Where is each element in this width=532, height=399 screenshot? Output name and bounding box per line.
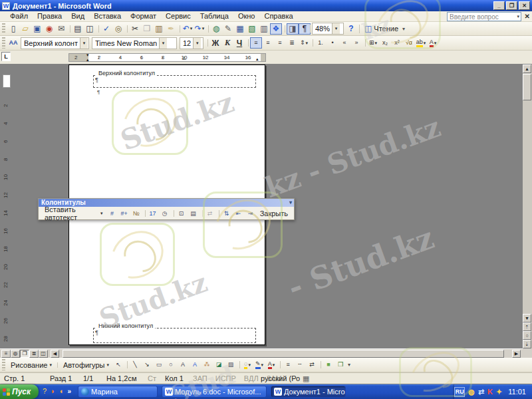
highlight-button[interactable]: ab ▾ bbox=[415, 37, 427, 49]
tray-globe-icon[interactable]: ◍ bbox=[468, 387, 475, 396]
arrow-style-button[interactable]: ⇄ ▾ bbox=[306, 359, 318, 370]
dropdown-caret-icon[interactable]: ▾ bbox=[306, 41, 309, 46]
scroll-up-button[interactable]: ▲ bbox=[523, 65, 531, 73]
right-indent-marker[interactable]: ▴ bbox=[256, 57, 259, 61]
horizontal-scrollbar[interactable]: ≡ ◍ ❐ ≣ ◫ ◀ ▶ bbox=[0, 348, 523, 358]
insert-picture-button[interactable]: ▨ ▾ bbox=[225, 359, 237, 370]
open-folder-button[interactable]: ▱ ▾ bbox=[19, 23, 31, 35]
toolbar-grip[interactable] bbox=[2, 37, 5, 49]
status-mode-flag[interactable]: ВДЛ bbox=[244, 374, 259, 382]
shadow-style-button[interactable]: ■ ▾ bbox=[323, 359, 334, 370]
outside-border-button[interactable]: ⊞ ▾ bbox=[367, 37, 379, 49]
rectangle-button[interactable]: ▭ ▾ bbox=[153, 359, 165, 370]
insert-hyperlink-button[interactable]: ◍ ▾ bbox=[210, 23, 222, 35]
language-indicator[interactable]: RU bbox=[454, 387, 465, 397]
dropdown-caret-icon[interactable]: ▾ bbox=[273, 362, 275, 368]
menu-table-item[interactable]: Таблица bbox=[196, 12, 233, 20]
align-center-button[interactable]: ≡ ▾ bbox=[262, 37, 274, 49]
italic-button[interactable]: К bbox=[221, 37, 233, 49]
bold-button[interactable]: Ж bbox=[209, 37, 221, 49]
web-layout-view-button[interactable]: ◍ bbox=[11, 350, 20, 358]
quick-launch-chevron-icon[interactable]: » bbox=[67, 388, 71, 395]
style-dropdown-icon[interactable]: ▾ bbox=[80, 38, 88, 49]
font-combo[interactable]: Times New Roman ▾ bbox=[92, 37, 177, 49]
vertical-scroll-thumb[interactable] bbox=[523, 74, 531, 100]
decrease-indent-button[interactable]: « ▾ bbox=[338, 37, 350, 49]
font-size-combo[interactable]: 12 ▾ bbox=[180, 37, 203, 49]
menu-file-item[interactable]: Файл bbox=[5, 12, 33, 20]
print-preview-button[interactable]: ◫ ▾ bbox=[84, 23, 96, 35]
autoshapes-dropdown-icon[interactable]: ▾ bbox=[107, 362, 110, 368]
page-setup-button[interactable]: ⊡ bbox=[176, 208, 188, 219]
insert-table-button[interactable]: ▦ ▾ bbox=[234, 23, 246, 35]
zoom-combo[interactable]: 48% ▾ bbox=[312, 23, 344, 35]
spelling-status-icon[interactable]: ▦ bbox=[303, 374, 309, 383]
fill-color-button[interactable]: ◌ ▾ bbox=[241, 359, 253, 370]
show-previous-button[interactable]: ⇤ bbox=[233, 208, 245, 219]
header-footer-toolbar[interactable]: Колонтитулы ▾ Вставить автотекст ▾ # #+ bbox=[38, 198, 295, 220]
select-browse-object-button[interactable]: ○ bbox=[523, 331, 531, 340]
dropdown-caret-icon[interactable]: ▾ bbox=[261, 362, 264, 368]
reading-view-button[interactable]: ◫ bbox=[39, 350, 48, 358]
align-left-button[interactable]: ≡ ▾ bbox=[250, 37, 262, 49]
dropdown-caret-icon[interactable]: ▾ bbox=[190, 26, 193, 31]
line-style-button[interactable]: ≡ ▾ bbox=[282, 359, 294, 370]
spelling-button[interactable]: ✓ ▾ bbox=[100, 23, 112, 35]
menu-window-item[interactable]: Окно bbox=[233, 12, 260, 20]
new-document-button[interactable]: ▯ ▾ bbox=[7, 23, 19, 35]
normal-view-button[interactable]: ≡ bbox=[1, 350, 11, 358]
dash-style-button[interactable]: ╌ ▾ bbox=[294, 359, 306, 370]
scroll-right-button[interactable]: ▶ bbox=[512, 350, 521, 358]
menu-format-item[interactable]: Формат bbox=[126, 12, 161, 20]
insert-excel-table-button[interactable]: ▧ ▾ bbox=[246, 23, 258, 35]
outline-view-button[interactable]: ≣ bbox=[29, 350, 39, 358]
close-button[interactable]: ✕ bbox=[519, 1, 530, 10]
superscript-button[interactable]: x² ▾ bbox=[391, 37, 403, 49]
copy-button[interactable]: ❐ ▾ bbox=[141, 23, 153, 35]
three-d-style-button[interactable]: ❒ ▾ bbox=[334, 359, 346, 370]
show-next-button[interactable]: ⇥ bbox=[245, 208, 257, 219]
format-page-number-button[interactable]: № bbox=[130, 208, 142, 219]
save-button[interactable]: ▣ ▾ bbox=[31, 23, 43, 35]
line-spacing-button[interactable]: ⇕ ▾ bbox=[298, 37, 310, 49]
browse-previous-button[interactable]: ⇡ bbox=[523, 323, 531, 331]
tray-switcher-icon[interactable]: ✦ bbox=[496, 387, 502, 396]
align-right-button[interactable]: ≡ ▾ bbox=[274, 37, 286, 49]
toolbar-overflow-icon[interactable]: ▾ bbox=[402, 26, 405, 32]
taskbar-task-marina[interactable]: Марина bbox=[78, 386, 158, 398]
dropdown-caret-icon[interactable]: ▾ bbox=[202, 26, 205, 31]
tray-network-icon[interactable]: ⇄ bbox=[478, 387, 484, 396]
font-size-dropdown-icon[interactable]: ▾ bbox=[193, 38, 201, 49]
line-color-button[interactable]: ✎ ▾ bbox=[253, 359, 265, 370]
close-header-footer-button[interactable]: Закрыть bbox=[257, 208, 291, 219]
show-hide-document-text-button[interactable]: ▤ bbox=[188, 208, 200, 219]
insert-page-number-button[interactable]: # bbox=[106, 208, 118, 219]
autotext-dropdown-icon[interactable]: ▾ bbox=[100, 211, 103, 216]
insert-diagram-button[interactable]: ⁂ ▾ bbox=[201, 359, 213, 370]
wordart-button[interactable]: A ▾ bbox=[189, 359, 201, 370]
research-button[interactable]: ◎ ▾ bbox=[112, 23, 124, 35]
taskbar-clock[interactable]: 11:01 bbox=[505, 388, 529, 396]
switch-header-footer-button[interactable]: ⇅ bbox=[221, 208, 233, 219]
drawing-menu-button[interactable]: Рисование ▾ bbox=[7, 361, 55, 369]
cut-button[interactable]: ✂ ▾ bbox=[129, 23, 141, 35]
insert-time-button[interactable]: ◷ bbox=[159, 208, 171, 219]
taskbar-task-module6[interactable]: W Модуль 6.doc - Microsof... bbox=[162, 386, 267, 398]
restore-button[interactable]: ❐ bbox=[506, 1, 517, 10]
toolbar-overflow-icon[interactable]: ▾ bbox=[348, 362, 350, 368]
toolbar-grip[interactable] bbox=[2, 359, 5, 370]
print-button[interactable]: ▤ ▾ bbox=[72, 23, 84, 35]
status-mode-flag[interactable]: ИСПР bbox=[215, 374, 236, 382]
menu-view-item[interactable]: Вид bbox=[66, 12, 89, 20]
link-to-previous-button[interactable]: ⇄ bbox=[204, 208, 216, 219]
text-box-button[interactable]: A ▾ bbox=[177, 359, 189, 370]
taskbar-task-document1[interactable]: W Документ1 - Microso... bbox=[271, 386, 346, 398]
line-button[interactable]: ╲ ▾ bbox=[129, 359, 141, 370]
redo-button[interactable]: ↷ ▾ bbox=[194, 23, 205, 35]
insert-number-of-pages-button[interactable]: #+ bbox=[118, 208, 130, 219]
drawing-toggle-button[interactable]: ❖ ▾ bbox=[270, 23, 282, 35]
font-color-button[interactable]: А ▾ bbox=[427, 37, 439, 49]
subscript-button[interactable]: x₂ ▾ bbox=[379, 37, 391, 49]
underline-button[interactable]: Ч bbox=[233, 37, 245, 49]
document-close-icon[interactable]: ✕ bbox=[525, 13, 530, 20]
